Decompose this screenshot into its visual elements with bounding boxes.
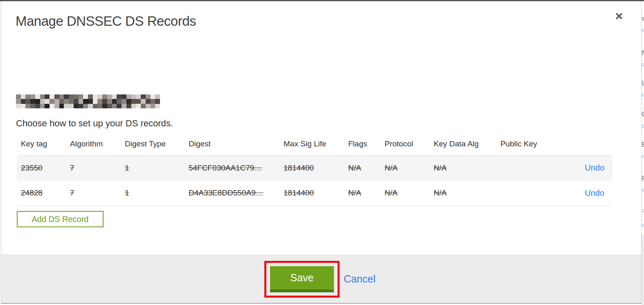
column-header-digest: Digest: [189, 136, 284, 155]
table-header-row: Key tag Algorithm Digest Type Digest Max…: [17, 136, 612, 155]
cell-max-sig-life: 1814400: [284, 181, 348, 206]
close-button[interactable]: ×: [612, 9, 626, 23]
background-text-fragment: C: [642, 111, 644, 118]
cell-key-data-alg: N/A: [434, 181, 500, 206]
cell-digest-type: 1: [125, 155, 189, 181]
cell-digest: 54FCF030AA1C79…: [189, 155, 284, 181]
background-page-strip: soNoLoCoEoPooo: [642, 1, 644, 305]
cell-algorithm: 7: [70, 155, 125, 181]
column-header-digest-type: Digest Type: [125, 136, 189, 155]
background-text-fragment: o: [642, 92, 644, 97]
column-header-algorithm: Algorithm: [70, 136, 125, 155]
background-text-fragment: o: [642, 153, 644, 159]
redacted-domain: [16, 94, 160, 108]
background-text-fragment: E: [642, 141, 644, 148]
ds-records-table: Key tag Algorithm Digest Type Digest Max…: [17, 136, 612, 206]
background-text-fragment: o: [642, 208, 644, 213]
close-icon: ×: [615, 9, 623, 23]
modal-footer: Save Cancel: [1, 255, 641, 303]
cell-public-key: [500, 155, 562, 181]
table-row: 24828 7 1 D4A33E8DD550A9… 1814400 N/A N/…: [17, 181, 612, 206]
background-text-fragment: o: [642, 187, 644, 193]
undo-link[interactable]: Undo: [585, 188, 604, 197]
undo-link[interactable]: Undo: [585, 163, 604, 172]
column-header-key-tag: Key tag: [17, 136, 70, 155]
cell-max-sig-life: 1814400: [284, 155, 348, 181]
background-text-fragment: o: [642, 123, 644, 128]
page-title: Manage DNSSEC DS Records: [16, 13, 196, 29]
background-page-footer: [642, 235, 644, 305]
background-text-fragment: o: [642, 27, 644, 33]
column-header-actions: [562, 136, 612, 155]
cell-flags: N/A: [348, 155, 385, 181]
column-header-protocol: Protocol: [385, 136, 434, 155]
cell-key-tag: 23550: [17, 155, 70, 181]
cell-protocol: N/A: [385, 181, 434, 206]
cell-algorithm: 7: [70, 181, 125, 206]
background-text-fragment: P: [642, 175, 644, 182]
add-ds-record-button[interactable]: Add DS Record: [17, 211, 104, 227]
cell-flags: N/A: [348, 181, 385, 206]
cancel-link[interactable]: Cancel: [344, 273, 376, 285]
cell-key-data-alg: N/A: [434, 155, 500, 181]
cell-digest-type: 1: [125, 181, 189, 206]
column-header-public-key: Public Key: [500, 136, 562, 155]
manage-dnssec-modal: Manage DNSSEC DS Records × Choose how to…: [1, 1, 642, 304]
table-row: 23550 7 1 54FCF030AA1C79… 1814400 N/A N/…: [17, 155, 612, 181]
save-highlight-annotation: Save: [264, 261, 340, 298]
column-header-max-sig-life: Max Sig Life: [284, 136, 348, 155]
cell-public-key: [500, 181, 562, 206]
cell-digest: D4A33E8DD550A9…: [189, 181, 284, 206]
background-text-fragment: o: [642, 62, 644, 67]
background-text-fragment: s: [642, 15, 644, 22]
column-header-key-data-alg: Key Data Alg: [434, 136, 500, 155]
instruction-text: Choose how to set up your DS records.: [16, 118, 173, 129]
column-header-flags: Flags: [348, 136, 385, 155]
save-button[interactable]: Save: [270, 266, 334, 292]
background-text-fragment: L: [642, 80, 644, 87]
cell-protocol: N/A: [385, 155, 434, 181]
window-top-edge: [0, 0, 644, 1]
cell-key-tag: 24828: [17, 181, 70, 206]
background-text-fragment: N: [642, 49, 644, 56]
background-text-fragment: o: [642, 222, 644, 227]
